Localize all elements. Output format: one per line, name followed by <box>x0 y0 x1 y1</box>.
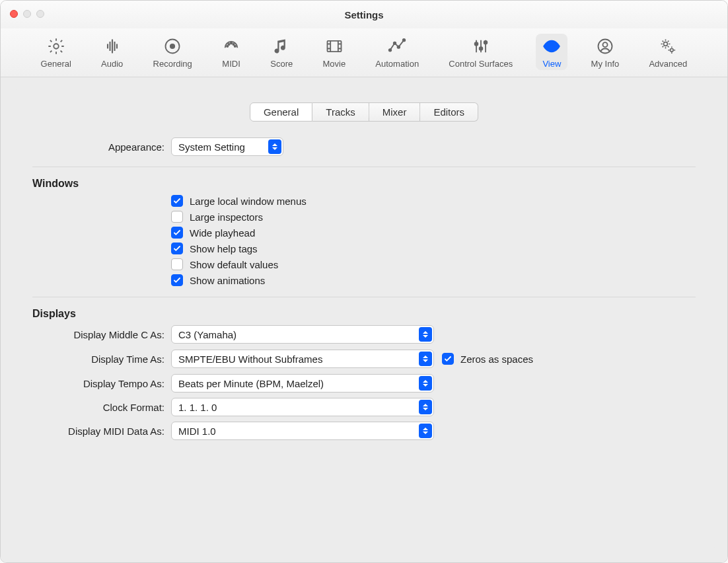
svg-point-7 <box>233 44 234 45</box>
checkbox-zeros-as-spaces[interactable]: Zeros as spaces <box>442 353 533 365</box>
toolbar-item-movie[interactable]: Movie <box>316 34 352 70</box>
checkbox-wide-playhead[interactable]: Wide playhead <box>171 227 696 239</box>
svg-point-6 <box>228 44 229 45</box>
checkbox-box <box>171 258 183 270</box>
toolbar-label: General <box>41 59 71 69</box>
svg-point-18 <box>602 42 607 47</box>
toolbar-item-control-surfaces[interactable]: Control Surfaces <box>442 34 519 70</box>
sliders-icon <box>472 36 490 56</box>
checkbox-label: Show default values <box>190 259 278 270</box>
music-note-icon <box>272 36 291 56</box>
svg-point-3 <box>231 42 232 44</box>
close-window-button[interactable] <box>10 10 18 18</box>
toolbar-item-automation[interactable]: Automation <box>369 34 425 70</box>
toolbar-label: Control Surfaces <box>449 59 513 69</box>
svg-point-16 <box>550 44 554 49</box>
toolbar-item-my-info[interactable]: My Info <box>585 34 626 70</box>
clock-format-label: Clock Format: <box>32 402 171 413</box>
minimize-window-button[interactable] <box>23 10 31 18</box>
view-subtabs: General Tracks Mixer Editors <box>32 102 696 122</box>
zoom-window-button[interactable] <box>36 10 44 18</box>
window-controls <box>10 10 44 18</box>
select-value: 1. 1. 1. 0 <box>178 402 217 413</box>
appearance-select[interactable]: System Setting <box>171 137 283 156</box>
display-middle-c-select[interactable]: C3 (Yamaha) <box>171 325 434 344</box>
tab-tracks[interactable]: Tracks <box>312 102 369 122</box>
record-icon <box>163 36 182 56</box>
display-tempo-select[interactable]: Beats per Minute (BPM, Maelzel) <box>171 374 434 393</box>
waveform-icon <box>103 36 122 56</box>
checkbox-large-inspectors[interactable]: Large inspectors <box>171 211 696 223</box>
toolbar-item-advanced[interactable]: Advanced <box>642 34 694 70</box>
checkbox-box <box>171 195 183 207</box>
select-stepper-icon <box>419 327 432 342</box>
svg-point-19 <box>664 42 668 46</box>
select-value: C3 (Yamaha) <box>178 329 237 340</box>
film-icon <box>325 36 344 56</box>
select-stepper-icon <box>419 352 432 366</box>
checkbox-label: Show help tags <box>190 243 258 254</box>
tab-editors[interactable]: Editors <box>420 102 478 122</box>
svg-point-13 <box>474 42 478 46</box>
display-time-label: Display Time As: <box>32 354 171 365</box>
checkbox-show-default-values[interactable]: Show default values <box>171 258 696 270</box>
gear-icon <box>47 36 65 56</box>
toolbar-item-view[interactable]: View <box>536 34 567 70</box>
select-value: SMPTE/EBU Without Subframes <box>178 354 322 365</box>
appearance-value: System Setting <box>178 141 245 153</box>
toolbar-item-general[interactable]: General <box>34 34 78 70</box>
tab-general[interactable]: General <box>250 102 312 122</box>
toolbar-label: Score <box>270 59 293 69</box>
checkbox-label: Zeros as spaces <box>460 354 533 365</box>
eye-icon <box>542 36 561 56</box>
window-title: Settings <box>344 9 383 20</box>
checkbox-label: Large inspectors <box>190 211 263 223</box>
svg-point-5 <box>235 46 236 47</box>
toolbar-label: View <box>542 59 561 69</box>
checkbox-large-local-window-menus[interactable]: Large local window menus <box>171 195 696 207</box>
windows-section-title: Windows <box>32 178 696 190</box>
display-midi-data-select[interactable]: MIDI 1.0 <box>171 422 434 440</box>
display-tempo-label: Display Tempo As: <box>32 378 171 389</box>
checkbox-box <box>171 211 183 223</box>
checkbox-show-help-tags[interactable]: Show help tags <box>171 243 696 254</box>
display-midi-data-label: Display MIDI Data As: <box>32 426 171 437</box>
checkbox-show-animations[interactable]: Show animations <box>171 274 696 286</box>
checkbox-label: Wide playhead <box>190 227 255 239</box>
content-area: General Tracks Mixer Editors Appearance:… <box>1 77 727 562</box>
select-stepper-icon <box>419 424 432 438</box>
svg-point-0 <box>54 44 58 48</box>
toolbar-item-audio[interactable]: Audio <box>94 34 129 70</box>
svg-point-15 <box>484 41 487 44</box>
checkbox-label: Show animations <box>190 275 265 286</box>
select-stepper-icon <box>419 376 432 391</box>
toolbar-item-midi[interactable]: MIDI <box>215 34 247 70</box>
display-time-select[interactable]: SMPTE/EBU Without Subframes <box>171 350 434 368</box>
checkbox-box <box>171 227 183 239</box>
display-middle-c-label: Display Middle C As: <box>32 329 171 340</box>
displays-options: Display Middle C As: C3 (Yamaha) Display… <box>32 325 696 440</box>
midi-icon <box>222 36 240 56</box>
select-value: Beats per Minute (BPM, Maelzel) <box>178 378 324 389</box>
select-stepper-icon <box>419 400 432 414</box>
toolbar-label: Advanced <box>649 59 687 69</box>
toolbar-item-score[interactable]: Score <box>264 34 299 70</box>
svg-point-14 <box>479 47 482 50</box>
clock-format-select[interactable]: 1. 1. 1. 0 <box>171 398 434 416</box>
toolbar-label: Automation <box>375 59 419 69</box>
svg-point-2 <box>170 44 175 49</box>
svg-point-12 <box>403 39 406 42</box>
divider <box>32 297 696 297</box>
toolbar-label: My Info <box>591 59 620 69</box>
svg-point-11 <box>398 46 400 48</box>
tab-mixer[interactable]: Mixer <box>369 102 421 122</box>
svg-point-9 <box>389 49 392 52</box>
toolbar-label: Recording <box>153 59 192 69</box>
toolbar-label: Audio <box>101 59 123 69</box>
settings-window: Settings General Audio Recording MI <box>0 0 728 563</box>
gears-icon <box>659 36 677 56</box>
toolbar-item-recording[interactable]: Recording <box>147 34 199 70</box>
svg-rect-8 <box>327 41 341 52</box>
checkbox-box <box>171 243 183 254</box>
svg-point-10 <box>394 42 396 45</box>
